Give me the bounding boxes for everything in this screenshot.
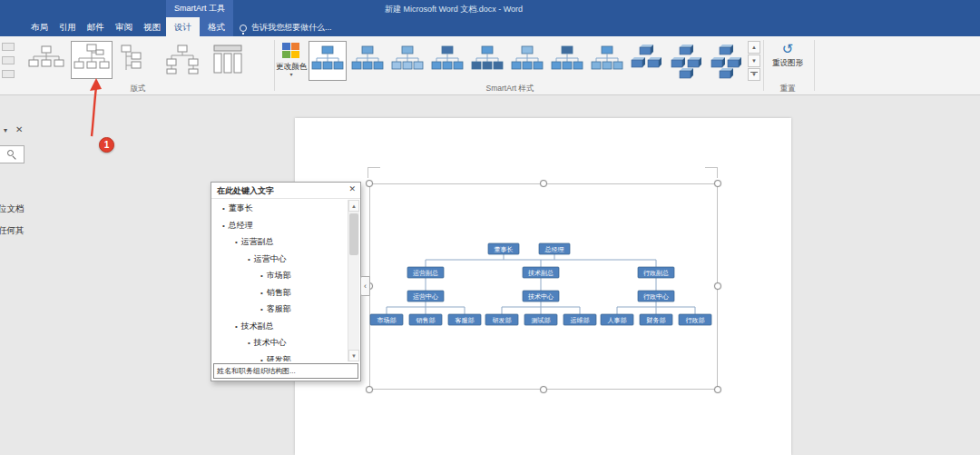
smartart-style-option-7[interactable]	[548, 41, 586, 81]
reset-graphic-label: 重设图形	[770, 58, 805, 67]
selection-handle[interactable]	[540, 386, 547, 393]
scroll-up-icon[interactable]: ▲	[348, 200, 359, 212]
scrollbar-thumb[interactable]	[349, 213, 358, 255]
reset-group-label: 重置	[765, 84, 810, 94]
text-pane-item-label: 客服部	[267, 304, 291, 313]
bullet-icon: •	[248, 255, 250, 263]
tell-me-box[interactable]: 告诉我您想要做什么...	[240, 22, 332, 34]
smartart-style-option-2[interactable]	[348, 41, 387, 81]
smartart-canvas[interactable]: 董事长总经理运营副总运营中心市场部销售部客服部技术副总技术中心研发部测试部运维部…	[369, 183, 718, 390]
bullet-icon: •	[235, 322, 238, 331]
titlebar: SmartArt 工具 新建 Microsoft Word 文档.docx - …	[0, 0, 980, 36]
window-title: 新建 Microsoft Word 文档.docx - Word	[0, 4, 907, 15]
ribbon-contextual-tabs: 设计格式	[166, 17, 233, 36]
text-pane-item[interactable]: •董事长	[211, 200, 347, 217]
nav-dropdown-icon[interactable]: ▾	[4, 126, 7, 134]
bullet-icon: •	[260, 289, 263, 297]
org-node-label: 销售部	[416, 317, 436, 324]
text-pane-scrollbar[interactable]: ▲ ▼	[348, 200, 359, 361]
smartart-style-option-5[interactable]	[468, 41, 506, 81]
ribbon-main-tabs: 布局引用邮件审阅视图	[25, 17, 166, 36]
bullet-icon: •	[260, 272, 263, 280]
org-node-label: 运维部	[571, 317, 590, 324]
bullet-icon: •	[222, 204, 225, 213]
org-node-label: 技术中心	[527, 293, 554, 300]
text-pane-header: 在此处键入文字 ✕	[211, 183, 360, 199]
text-pane-item[interactable]: •运营副总	[211, 233, 347, 251]
org-node-label: 行政副总	[643, 270, 669, 277]
smartart-style-option-4[interactable]	[428, 41, 466, 81]
change-colors-icon	[282, 43, 300, 59]
text-pane-item[interactable]: •总经理	[211, 217, 347, 234]
bullet-icon: •	[248, 339, 250, 347]
text-pane-item[interactable]: •市场部	[211, 267, 347, 284]
tell-me-label: 告诉我您想要做什么...	[251, 22, 332, 34]
nav-text-fragment: 任何其	[0, 225, 24, 237]
tab-审阅[interactable]: 审阅	[110, 17, 138, 36]
smartart-style-option-3[interactable]	[388, 41, 426, 81]
group-divider	[814, 40, 815, 91]
styles-gallery	[309, 41, 746, 81]
layouts-gallery	[25, 41, 249, 79]
margin-corner-mark	[368, 167, 380, 178]
change-colors-label: 更改颜色	[276, 62, 307, 72]
text-pane-item[interactable]: •技术副总	[211, 318, 347, 335]
selection-handle[interactable]	[540, 180, 547, 187]
text-pane-item[interactable]: •运营中心	[211, 251, 347, 268]
selection-handle[interactable]	[714, 282, 721, 290]
tab-布局[interactable]: 布局	[25, 17, 54, 36]
text-pane-item[interactable]: •研发部	[211, 351, 347, 362]
scroll-down-icon[interactable]: ▼	[348, 350, 359, 361]
nav-search-box[interactable]	[0, 145, 24, 163]
word-window: SmartArt 工具 新建 Microsoft Word 文档.docx - …	[0, 0, 980, 455]
reset-icon: ↺	[767, 40, 808, 58]
text-pane-item-label: 总经理	[229, 221, 253, 230]
selection-handle[interactable]	[366, 386, 373, 393]
org-node-label: 研发部	[493, 317, 512, 324]
layout-option-4[interactable]	[162, 41, 203, 79]
smartart-style-option-6[interactable]	[508, 41, 546, 81]
tab-格式[interactable]: 格式	[200, 17, 233, 36]
org-node-label: 技术副总	[527, 270, 554, 277]
selection-handle[interactable]	[714, 180, 721, 187]
group-divider	[274, 40, 275, 91]
smartart-style-option-8[interactable]	[588, 41, 626, 81]
layout-option-1[interactable]	[25, 41, 67, 79]
gallery-up-button[interactable]: ▲	[748, 41, 760, 54]
clipped-ribbon-group-fragment	[2, 43, 18, 84]
layout-option-5[interactable]	[207, 41, 249, 79]
text-pane-item[interactable]: •销售部	[211, 284, 347, 302]
search-icon	[7, 150, 14, 156]
text-pane-item[interactable]: •技术中心	[211, 334, 347, 351]
selection-handle[interactable]	[714, 386, 721, 393]
reset-graphic-button[interactable]: ↺ 重设图形	[767, 40, 808, 85]
text-pane-title: 在此处键入文字	[217, 185, 274, 197]
layout-option-3[interactable]	[116, 41, 158, 79]
annotation-arrow	[80, 76, 113, 140]
smartart-style-option-1[interactable]	[309, 41, 347, 81]
smartart-style-option-9[interactable]	[628, 41, 666, 81]
text-pane-toggle[interactable]: ‹	[360, 276, 370, 296]
tab-设计[interactable]: 设计	[166, 17, 200, 36]
text-pane-close-icon[interactable]: ✕	[348, 184, 356, 193]
text-pane-item[interactable]: •客服部	[211, 301, 347, 318]
group-divider	[763, 40, 764, 91]
smartart-style-option-10[interactable]	[668, 41, 706, 81]
org-node-label: 运营中心	[413, 293, 438, 301]
org-node-label: 财务部	[647, 317, 666, 324]
dropdown-icon: ▾	[276, 72, 307, 78]
nav-close-icon[interactable]: ✕	[15, 124, 23, 134]
selection-handle[interactable]	[366, 180, 373, 187]
bullet-icon: •	[260, 356, 263, 362]
text-pane-item-label: 董事长	[229, 203, 253, 213]
tab-引用[interactable]: 引用	[54, 17, 82, 36]
text-pane-item-label: 技术副总	[241, 321, 274, 331]
layout-option-2[interactable]	[71, 41, 113, 79]
tab-邮件[interactable]: 邮件	[82, 17, 110, 36]
org-node-label: 客服部	[456, 317, 475, 324]
tab-视图[interactable]: 视图	[138, 17, 166, 36]
text-pane-item-label: 技术中心	[254, 338, 287, 347]
smartart-style-option-11[interactable]	[708, 41, 746, 81]
gallery-more-button[interactable]: ▼	[748, 68, 760, 81]
gallery-down-button[interactable]: ▼	[748, 54, 760, 67]
